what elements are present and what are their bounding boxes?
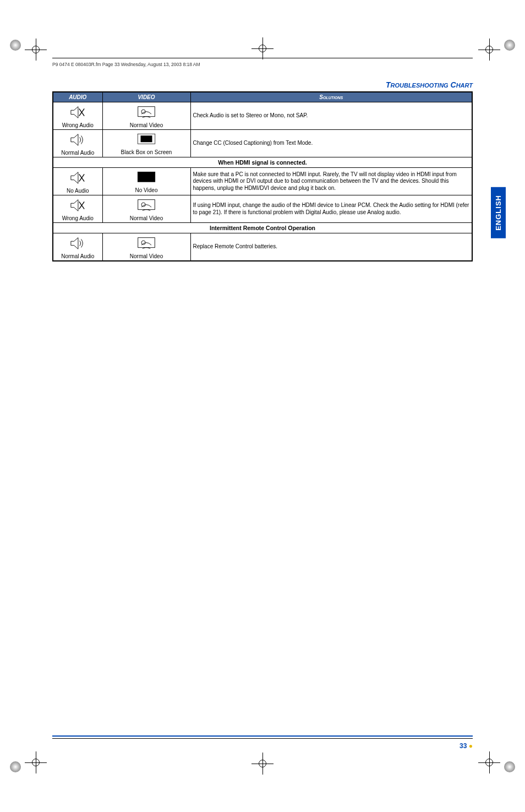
section-subhead: Intermittent Remote Control Operation — [53, 223, 472, 233]
footer-rule — [52, 735, 473, 737]
speaker-x-icon — [70, 105, 85, 120]
running-header: P9 0474 E 080403R.fm Page 33 Wednesday, … — [52, 58, 473, 67]
svg-marker-12 — [71, 200, 78, 211]
video-label: No Video — [104, 187, 189, 193]
audio-label: Normal Audio — [54, 253, 101, 259]
solution-text: If using HDMI input, change the audio of… — [190, 195, 472, 223]
svg-marker-17 — [71, 238, 78, 249]
svg-marker-8 — [71, 172, 78, 184]
col-video: VIDEO — [102, 92, 190, 102]
audio-label: No Audio — [54, 188, 101, 194]
solution-text: Change CC (Closed Captioning) from Text … — [190, 130, 472, 157]
solution-text: Replace Remote Control batteries. — [190, 233, 472, 261]
table-row: No Audio No Video Make sure that a PC is… — [53, 168, 472, 195]
tv-picture-icon — [136, 198, 156, 214]
table-row: Wrong Audio Normal Video If using HDMI i… — [53, 195, 472, 223]
video-label: Normal Video — [104, 215, 189, 221]
tv-picture-icon — [136, 105, 156, 121]
tv-blackbox-icon — [136, 133, 156, 148]
speaker-x-icon — [70, 170, 85, 186]
tv-black-icon — [136, 171, 156, 186]
video-label: Normal Video — [104, 122, 189, 128]
troubleshooting-table: AUDIO VIDEO Solutions Wrong Audio Normal… — [52, 91, 473, 261]
table-row: Normal Audio Black Box on Screen Change … — [53, 130, 472, 157]
col-solutions: Solutions — [190, 92, 472, 102]
solution-text: Make sure that a PC is not connected to … — [190, 168, 472, 195]
section-subhead: When HDMI signal is connected. — [53, 157, 472, 168]
page-content: P9 0474 E 080403R.fm Page 33 Wednesday, … — [52, 58, 473, 754]
tv-picture-icon — [136, 236, 156, 252]
speaker-sound-icon — [70, 132, 85, 148]
audio-label: Normal Audio — [54, 150, 101, 156]
solution-text: Check Audio is set to Stereo or Mono, no… — [190, 102, 472, 130]
table-row: Wrong Audio Normal Video Check Audio is … — [53, 102, 472, 130]
video-label: Black Box on Screen — [104, 149, 189, 155]
audio-label: Wrong Audio — [54, 122, 101, 128]
audio-label: Wrong Audio — [54, 215, 101, 221]
svg-rect-11 — [138, 172, 155, 182]
video-label: Normal Video — [104, 253, 189, 259]
page-number: 33 ● — [460, 742, 473, 750]
section-title: TROUBLESHOOTING CHART — [52, 80, 473, 89]
table-row: Normal Audio Normal Video Replace Remote… — [53, 233, 472, 261]
svg-marker-0 — [71, 107, 78, 118]
speaker-sound-icon — [70, 236, 85, 251]
col-audio: AUDIO — [53, 92, 102, 102]
footer-rule-thin — [52, 738, 473, 739]
speaker-x-icon — [70, 198, 85, 213]
svg-rect-7 — [141, 135, 152, 142]
language-tab: ENGLISH — [491, 187, 506, 238]
svg-marker-5 — [71, 134, 78, 146]
